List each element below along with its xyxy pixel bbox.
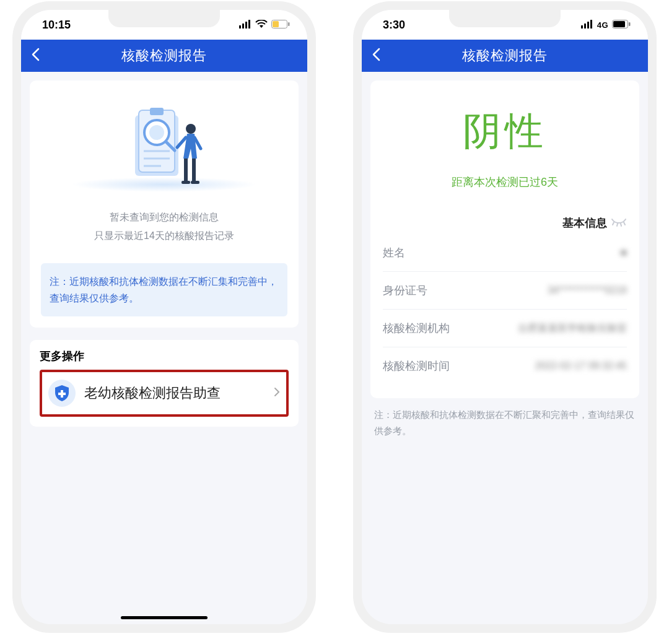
basic-info-header: 基本信息 (383, 215, 627, 230)
phone-frame-left: 10:15 核酸检测报告 (12, 1, 316, 633)
id-value: 34************0219 (548, 285, 627, 296)
svg-rect-26 (584, 24, 586, 28)
result-text: 阴性 (383, 105, 627, 157)
svg-rect-2 (245, 22, 247, 28)
empty-state-card: 暂未查询到您的检测信息 只显示最近14天的核酸报告记录 注：近期核酸和抗体检测数… (30, 80, 299, 328)
svg-rect-19 (181, 181, 190, 184)
screen-right: 3:30 4G 核酸检测报告 阴性 距离本次检测已过6天 基本信息 (362, 10, 648, 624)
empty-text: 暂未查询到您的检测信息 只显示最近14天的核酸报告记录 (41, 208, 287, 246)
svg-rect-20 (191, 181, 199, 184)
signal-icon (239, 19, 251, 32)
empty-line-1: 暂未查询到您的检测信息 (41, 208, 287, 227)
info-row-time: 核酸检测时间 2022-02-17 09:32:45 (383, 347, 627, 385)
svg-rect-3 (248, 20, 250, 28)
page-title: 核酸检测报告 (21, 46, 307, 65)
result-card: 阴性 距离本次检测已过6天 基本信息 姓名 ·■ 身份证号 34********… (370, 80, 639, 398)
time-label: 核酸检测时间 (383, 359, 450, 373)
svg-line-34 (621, 224, 621, 226)
svg-rect-1 (242, 24, 244, 28)
notch (449, 10, 561, 27)
eye-closed-icon[interactable] (611, 217, 627, 230)
nav-bar: 核酸检测报告 (21, 40, 307, 72)
svg-rect-17 (184, 159, 188, 182)
signal-icon (581, 19, 593, 32)
svg-rect-6 (288, 22, 290, 26)
svg-line-21 (177, 137, 186, 147)
svg-rect-31 (629, 22, 631, 26)
org-value: 合肥某某医学检验实验室 (518, 322, 627, 335)
empty-illustration (41, 92, 287, 197)
nav-bar: 核酸检测报告 (362, 40, 648, 72)
screen-left: 10:15 核酸检测报告 (21, 10, 307, 624)
svg-point-16 (186, 124, 196, 134)
status-time: 3:30 (383, 19, 405, 32)
id-label: 身份证号 (383, 283, 427, 298)
battery-icon (612, 19, 631, 32)
svg-rect-18 (192, 159, 196, 182)
notch (108, 10, 220, 27)
more-ops-title: 更多操作 (40, 349, 289, 363)
org-label: 核酸检测机构 (383, 321, 450, 336)
svg-rect-28 (590, 20, 592, 28)
empty-line-2: 只显示最近14天的核酸报告记录 (41, 227, 287, 245)
shield-icon (48, 380, 76, 407)
basic-info-title: 基本信息 (562, 215, 607, 230)
back-button[interactable] (372, 48, 380, 64)
svg-rect-5 (273, 21, 279, 27)
assisted-query-label: 老幼核酸检测报告助查 (84, 384, 265, 402)
footnote: 注：近期核酸和抗体检测数据在不断汇聚和完善中，查询结果仅供参考。 (362, 407, 648, 438)
home-indicator[interactable] (121, 616, 208, 619)
network-label: 4G (597, 20, 608, 30)
info-row-name: 姓名 ·■ (383, 234, 627, 272)
svg-rect-0 (239, 25, 241, 28)
battery-icon (271, 19, 290, 32)
name-value: ·■ (618, 247, 627, 258)
status-right: 4G (581, 19, 631, 32)
svg-rect-25 (581, 25, 583, 28)
svg-line-35 (624, 222, 625, 225)
result-subtitle: 距离本次检测已过6天 (383, 175, 627, 189)
svg-rect-30 (613, 21, 625, 27)
info-row-org: 核酸检测机构 合肥某某医学检验实验室 (383, 310, 627, 347)
phone-frame-right: 3:30 4G 核酸检测报告 阴性 距离本次检测已过6天 基本信息 (353, 1, 657, 633)
name-label: 姓名 (383, 245, 405, 260)
back-button[interactable] (31, 48, 40, 64)
wifi-icon (255, 19, 268, 32)
svg-rect-9 (150, 108, 164, 115)
chevron-right-icon (274, 387, 280, 400)
content-area: 暂未查询到您的检测信息 只显示最近14天的核酸报告记录 注：近期核酸和抗体检测数… (21, 72, 307, 435)
page-title: 核酸检测报告 (362, 46, 648, 65)
status-right (239, 19, 290, 32)
status-time: 10:15 (42, 19, 71, 32)
info-row-id: 身份证号 34************0219 (383, 272, 627, 310)
more-operations-card: 更多操作 老幼核酸检测报告助查 (30, 340, 299, 427)
time-value: 2022-02-17 09:32:45 (535, 360, 627, 372)
svg-rect-24 (58, 393, 66, 395)
svg-rect-27 (587, 22, 589, 28)
svg-line-32 (613, 222, 614, 225)
assisted-query-row[interactable]: 老幼核酸检测报告助查 (40, 370, 289, 417)
note-box: 注：近期核酸和抗体检测数据在不断汇集和完善中，查询结果仅供参考。 (41, 263, 287, 316)
svg-point-14 (149, 125, 164, 140)
svg-line-33 (617, 224, 618, 226)
